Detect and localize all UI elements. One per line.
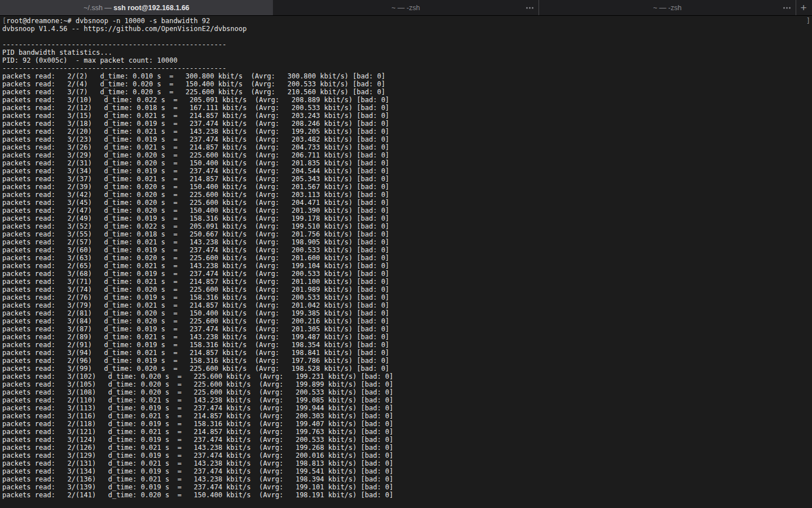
terminal-line: packets read: 3/(121) d_time: 0.021 s = … bbox=[2, 428, 812, 436]
terminal-line: packets read: 2/(20) d_time: 0.021 s = 1… bbox=[2, 128, 812, 135]
tab-zsh-2[interactable]: ~ — -zsh bbox=[539, 0, 796, 15]
terminal-line: packets read: 3/(63) d_time: 0.020 s = 2… bbox=[2, 254, 812, 262]
terminal-line: packets read: 2/(57) d_time: 0.021 s = 1… bbox=[2, 238, 812, 246]
terminal-line: packets read: 3/(10) d_time: 0.022 s = 2… bbox=[2, 96, 812, 104]
terminal-line: packets read: 2/(110) d_time: 0.021 s = … bbox=[2, 396, 812, 404]
terminal-line: packets read: 3/(105) d_time: 0.020 s = … bbox=[2, 380, 812, 388]
terminal-line: packets read: 3/(94) d_time: 0.021 s = 2… bbox=[2, 349, 812, 357]
terminal-line: packets read: 2/(81) d_time: 0.020 s = 1… bbox=[2, 309, 812, 317]
terminal-line: packets read: 3/(113) d_time: 0.019 s = … bbox=[2, 404, 812, 412]
terminal-line: packets read: 2/(47) d_time: 0.020 s = 1… bbox=[2, 207, 812, 214]
tab-title: ~ — -zsh bbox=[653, 4, 681, 12]
terminal-line: packets read: 2/(76) d_time: 0.019 s = 1… bbox=[2, 294, 812, 301]
terminal-line: [root@dreamone:~# dvbsnoop -n 10000 -s b… bbox=[2, 17, 812, 25]
terminal-line: packets read: 3/(55) d_time: 0.018 s = 2… bbox=[2, 230, 812, 238]
terminal-line: dvbsnoop V1.4.56 -- https://github.com/O… bbox=[2, 25, 812, 33]
terminal-line: packets read: 3/(45) d_time: 0.020 s = 2… bbox=[2, 199, 812, 207]
terminal-line: packets read: 3/(34) d_time: 0.019 s = 2… bbox=[2, 167, 812, 175]
terminal-line: packets read: 3/(52) d_time: 0.022 s = 2… bbox=[2, 222, 812, 230]
terminal-line: PID: 92 (0x005c) - max packet count: 100… bbox=[2, 56, 812, 64]
terminal-line: packets read: 2/(126) d_time: 0.021 s = … bbox=[2, 444, 812, 452]
terminal-line: ----------------------------------------… bbox=[2, 64, 812, 72]
terminal-line: packets read: 3/(84) d_time: 0.020 s = 2… bbox=[2, 317, 812, 325]
terminal-line: packets read: 3/(71) d_time: 0.021 s = 2… bbox=[2, 278, 812, 286]
terminal-window: ~/.ssh — ssh root@192.168.1.66 ~ — -zsh … bbox=[0, 0, 812, 508]
tab-zsh-1[interactable]: ~ — -zsh bbox=[273, 0, 539, 15]
terminal-line: packets read: 3/(134) d_time: 0.019 s = … bbox=[2, 467, 812, 475]
terminal-line: packets read: 3/(124) d_time: 0.019 s = … bbox=[2, 436, 812, 444]
terminal-line: packets read: 2/(141) d_time: 0.020 s = … bbox=[2, 491, 812, 499]
terminal-line: packets read: 2/(4) d_time: 0.020 s = 15… bbox=[2, 80, 812, 88]
terminal-line: packets read: 3/(37) d_time: 0.021 s = 2… bbox=[2, 175, 812, 183]
terminal-line: packets read: 3/(99) d_time: 0.020 s = 2… bbox=[2, 365, 812, 373]
terminal-line bbox=[2, 33, 812, 41]
terminal-line: packets read: 3/(102) d_time: 0.020 s = … bbox=[2, 373, 812, 380]
terminal-line: packets read: 3/(42) d_time: 0.020 s = 2… bbox=[2, 191, 812, 199]
terminal-line: packets read: 3/(29) d_time: 0.020 s = 2… bbox=[2, 151, 812, 159]
terminal-line: packets read: 3/(15) d_time: 0.021 s = 2… bbox=[2, 112, 812, 120]
terminal-line: packets read: 3/(74) d_time: 0.020 s = 2… bbox=[2, 286, 812, 294]
ellipsis-icon[interactable] bbox=[783, 7, 791, 8]
terminal-line: packets read: 3/(18) d_time: 0.019 s = 2… bbox=[2, 120, 812, 128]
terminal-line: packets read: 3/(68) d_time: 0.019 s = 2… bbox=[2, 270, 812, 278]
terminal-line: packets read: 3/(139) d_time: 0.019 s = … bbox=[2, 483, 812, 491]
terminal-line: ----------------------------------------… bbox=[2, 41, 812, 49]
terminal-line: packets read: 2/(49) d_time: 0.019 s = 1… bbox=[2, 214, 812, 222]
terminal-line: packets read: 2/(136) d_time: 0.021 s = … bbox=[2, 475, 812, 483]
right-edge-mark: ] bbox=[806, 17, 810, 25]
terminal-line: packets read: 3/(108) d_time: 0.020 s = … bbox=[2, 388, 812, 396]
left-edge-mark: [ bbox=[2, 17, 6, 25]
terminal-line: packets read: 2/(65) d_time: 0.021 s = 1… bbox=[2, 262, 812, 270]
tab-title: ~/.ssh — ssh root@192.168.1.66 bbox=[83, 4, 189, 12]
tab-title-path: ~/.ssh — bbox=[83, 4, 113, 12]
terminal-line: packets read: 2/(2) d_time: 0.010 s = 30… bbox=[2, 72, 812, 80]
terminal-line: packets read: 2/(39) d_time: 0.020 s = 1… bbox=[2, 183, 812, 191]
terminal-line: packets read: 2/(31) d_time: 0.020 s = 1… bbox=[2, 159, 812, 167]
new-tab-button[interactable]: + bbox=[796, 0, 811, 15]
tab-ssh-session[interactable]: ~/.ssh — ssh root@192.168.1.66 bbox=[0, 0, 273, 15]
terminal-line: packets read: 3/(87) d_time: 0.019 s = 2… bbox=[2, 325, 812, 333]
terminal-output[interactable]: ] [root@dreamone:~# dvbsnoop -n 10000 -s… bbox=[0, 16, 812, 507]
tab-bar: ~/.ssh — ssh root@192.168.1.66 ~ — -zsh … bbox=[0, 0, 812, 16]
terminal-line: packets read: 3/(7) d_time: 0.020 s = 22… bbox=[2, 88, 812, 96]
terminal-line: packets read: 3/(129) d_time: 0.019 s = … bbox=[2, 452, 812, 459]
terminal-line: packets read: 2/(89) d_time: 0.021 s = 1… bbox=[2, 333, 812, 341]
terminal-line: packets read: 2/(118) d_time: 0.019 s = … bbox=[2, 420, 812, 428]
terminal-line: PID bandwidth statistics... bbox=[2, 49, 812, 56]
plus-icon: + bbox=[800, 2, 806, 14]
tab-title-command: ssh root@192.168.1.66 bbox=[113, 4, 189, 12]
terminal-line: packets read: 3/(60) d_time: 0.019 s = 2… bbox=[2, 246, 812, 254]
tab-title: ~ — -zsh bbox=[391, 4, 420, 12]
terminal-line: packets read: 3/(79) d_time: 0.021 s = 2… bbox=[2, 301, 812, 309]
terminal-line: packets read: 2/(12) d_time: 0.018 s = 1… bbox=[2, 104, 812, 112]
ellipsis-icon[interactable] bbox=[526, 7, 533, 8]
terminal-line: packets read: 3/(26) d_time: 0.021 s = 2… bbox=[2, 143, 812, 151]
terminal-line: packets read: 3/(23) d_time: 0.019 s = 2… bbox=[2, 135, 812, 143]
terminal-line: packets read: 2/(96) d_time: 0.019 s = 1… bbox=[2, 357, 812, 365]
terminal-line: packets read: 2/(131) d_time: 0.021 s = … bbox=[2, 459, 812, 467]
terminal-line: packets read: 2/(91) d_time: 0.019 s = 1… bbox=[2, 341, 812, 349]
terminal-line: packets read: 3/(116) d_time: 0.021 s = … bbox=[2, 412, 812, 420]
